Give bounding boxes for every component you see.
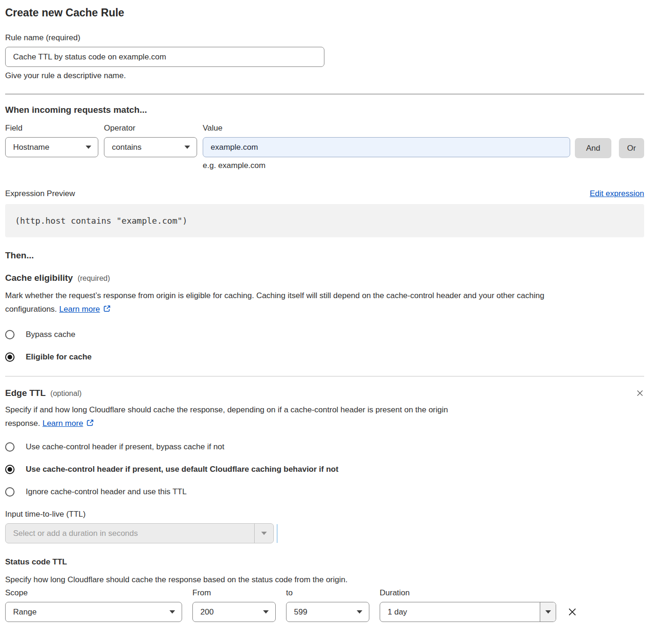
edge-ttl-title: Edge TTL [5,388,46,398]
duration-select-value: 1 day [380,602,540,622]
chevron-down-icon [545,610,551,614]
chevron-down-icon [169,610,175,614]
create-cache-rule-form: Create new Cache Rule Rule name (require… [0,0,661,622]
edge-ttl-option-bypass[interactable]: Use cache-control header if present, byp… [5,442,644,452]
eligible-for-cache-option[interactable]: Eligible for cache [5,352,644,362]
radio-label: Use cache-control header if present, byp… [26,442,224,452]
learn-more-link[interactable]: Learn more [43,419,94,428]
field-select-value: Hostname [13,143,49,152]
scope-select-value: Range [13,607,37,617]
to-select[interactable]: 599 [286,602,369,622]
field-select[interactable]: Hostname [5,137,98,157]
divider [5,376,644,377]
ttl-duration-placeholder: Select or add a duration in seconds [6,524,254,543]
or-button[interactable]: Or [619,138,644,158]
rule-name-label: Rule name (required) [5,33,644,43]
edge-ttl-optional-tag: (optional) [51,389,82,398]
from-select-value: 200 [200,607,213,617]
value-hint: e.g. example.com [203,161,570,170]
from-label: From [192,588,276,598]
scope-label: Scope [5,588,182,598]
delete-icon[interactable] [567,607,577,617]
chevron-down-icon [86,146,91,149]
edge-ttl-option-default[interactable]: Use cache-control header if present, use… [5,465,644,474]
ttl-duration-select: Select or add a duration in seconds [5,523,274,543]
radio-unchecked-icon[interactable] [5,487,15,497]
rule-name-help: Give your rule a descriptive name. [5,71,644,80]
external-link-icon [103,305,111,313]
expression-preview-label: Expression Preview [5,189,75,198]
scope-select[interactable]: Range [5,602,182,622]
radio-unchecked-icon[interactable] [5,442,15,452]
to-label: to [286,588,369,598]
radio-checked-icon[interactable] [5,465,15,474]
operator-select-value: contains [112,143,141,152]
divider [5,94,644,95]
status-code-ttl-description: Specify how long Cloudflare should cache… [5,575,644,585]
to-select-value: 599 [294,607,307,617]
expression-preview-code: (http.host contains "example.com") [5,204,644,237]
radio-label: Use cache-control header if present, use… [26,465,338,474]
then-heading: Then... [5,250,644,261]
radio-label: Eligible for cache [26,352,92,362]
radio-unchecked-icon[interactable] [5,330,15,339]
radio-label: Ignore cache-control header and use this… [26,487,187,497]
radio-checked-icon[interactable] [5,352,15,362]
dropdown-button[interactable] [254,524,273,543]
ttl-input-label: Input time-to-live (TTL) [5,510,644,519]
operator-select[interactable]: contains [104,137,197,157]
and-button[interactable]: And [575,138,611,158]
chevron-down-icon [357,610,362,614]
cache-eligibility-title: Cache eligibility [5,273,73,283]
edge-ttl-description: Specify if and how long Cloudflare shoul… [5,403,525,430]
close-icon[interactable] [636,389,644,397]
chevron-down-icon [263,610,269,614]
value-label: Value [203,124,570,133]
edge-ttl-option-ignore[interactable]: Ignore cache-control header and use this… [5,487,644,497]
value-input[interactable] [203,137,570,157]
duration-select[interactable]: 1 day [380,602,556,622]
bypass-cache-option[interactable]: Bypass cache [5,330,644,339]
status-code-ttl-title: Status code TTL [5,557,644,567]
match-heading: When incoming requests match... [5,105,644,115]
field-label: Field [5,124,98,133]
dropdown-button[interactable] [540,602,556,622]
chevron-down-icon [184,146,190,149]
cache-eligibility-required-tag: (required) [78,274,110,283]
match-condition-row: Field Hostname Operator contains Value e… [5,124,644,170]
edit-expression-link[interactable]: Edit expression [590,189,644,198]
operator-label: Operator [104,124,197,133]
chevron-down-icon [261,532,267,535]
status-code-ttl-row: Scope Range From 200 to 599 Duration 1 d… [5,588,644,622]
cache-eligibility-description: Mark whether the request’s response from… [5,289,644,316]
vertical-divider [277,524,278,543]
external-link-icon [86,419,94,427]
page-title: Create new Cache Rule [5,7,644,19]
learn-more-link[interactable]: Learn more [59,305,111,314]
from-select[interactable]: 200 [192,602,276,622]
duration-label: Duration [380,588,556,598]
radio-label: Bypass cache [26,330,75,339]
rule-name-input[interactable] [5,47,324,67]
